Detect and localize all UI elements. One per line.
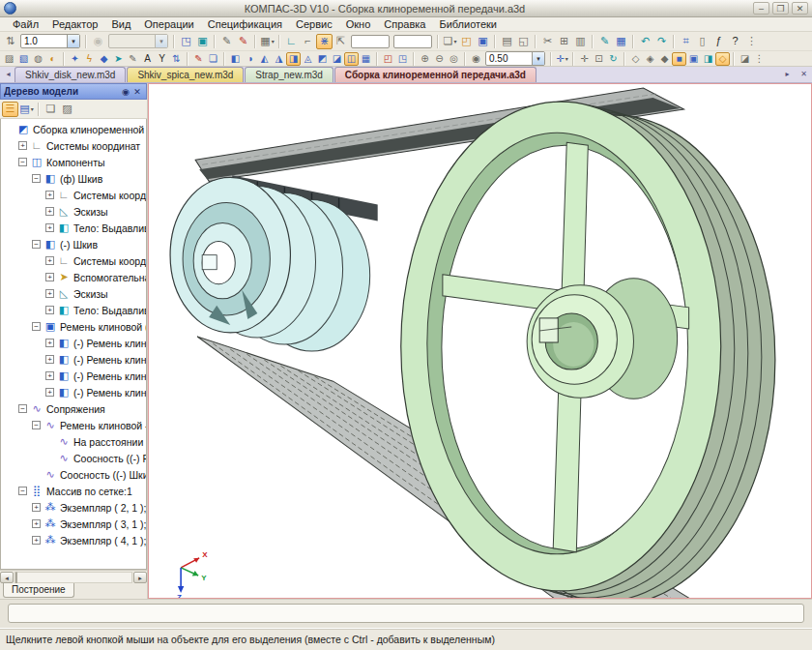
text-icon[interactable]: A [140,52,155,66]
lightning-icon[interactable]: ϟ [82,52,97,66]
tree-item[interactable]: +➤Вспомогательная геомет [1,269,146,285]
collapse-icon[interactable]: − [18,404,27,413]
tree-item[interactable]: +∟Системы координат [1,187,146,203]
menu-спецификация[interactable]: Спецификация [201,18,289,30]
hole-icon[interactable]: ◩ [315,52,330,66]
tree-item[interactable]: +◺Эскизы [1,203,146,220]
chevron-down-icon[interactable]: ▾ [155,35,167,47]
zoom-out-icon[interactable]: ⊖ [432,52,447,66]
hidden-lines-icon[interactable]: ◈ [643,52,657,66]
expand-icon[interactable]: + [45,207,54,216]
array-ops-icon[interactable]: ▦ [359,52,373,66]
fillet-icon[interactable]: ◬ [301,52,315,66]
tree-item[interactable]: +◧(-) Ремень клиновой (3); [1,368,146,384]
tree-composition-icon[interactable]: ▤▾ [18,102,35,117]
tree-item[interactable]: +◧(-) Ремень клиновой (2); [1,351,146,368]
wizard-icon[interactable]: ✦ [68,52,82,66]
zoom-area-icon[interactable]: ◎ [447,52,461,66]
tree-item[interactable]: +⁂Экземпляр ( 2, 1 ); [1,499,146,516]
document-tab-4[interactable]: Сборка клиноременной передачи.a3d [334,67,536,82]
collapse-icon[interactable]: − [32,240,41,249]
shell-icon[interactable]: ◫ [344,52,359,66]
edit-in-place-icon[interactable]: ❏ [206,52,220,66]
menu-операции[interactable]: Операции [137,18,200,30]
layer-combo[interactable]: ▾ [108,34,168,48]
orientation-icon[interactable]: ✛▾ [555,52,569,66]
relations-icon[interactable]: ❏ [43,102,59,117]
perspective-icon[interactable]: ◇ [715,52,730,66]
chevron-down-icon[interactable]: ▾ [272,38,275,44]
pan-icon[interactable]: ✛ [577,52,592,66]
format-brush-icon[interactable]: ✎ [596,34,613,49]
report-icon[interactable]: ▨ [59,102,75,117]
expand-icon[interactable]: + [32,536,41,545]
paste-icon[interactable]: ▥ [572,34,589,49]
rotate-icon[interactable]: ↻ [606,52,621,66]
shaded-icon[interactable]: ■ [672,52,686,66]
collapse-icon[interactable]: − [32,322,41,331]
expand-icon[interactable]: + [45,388,54,397]
zoom-combo[interactable]: 0.50▾ [485,51,545,66]
expand-icon[interactable]: + [45,256,54,265]
expand-icon[interactable]: + [45,371,54,380]
tree-structure-icon[interactable]: ☰ [2,102,18,117]
zoom-scale-icon[interactable]: ◉ [469,52,483,66]
scroll-right-icon[interactable]: ▸ [133,572,147,583]
menu-файл[interactable]: Файл [6,18,45,30]
large-pulley[interactable] [401,102,775,598]
more-icon[interactable]: ⋮ [743,34,760,49]
expand-icon[interactable]: + [45,223,54,232]
link-icon[interactable]: ◉ [90,34,106,49]
chevron-down-icon[interactable]: ▾ [566,55,568,62]
sphere-view-icon[interactable]: ◍ [31,52,45,66]
tree-item[interactable]: −∿Соосность ((-) Ремень кл [1,450,146,466]
wireframe-icon[interactable]: ◇ [628,52,643,66]
document-tab-1[interactable]: Shkiv_disk_new.m3d [14,67,126,82]
redo-icon[interactable]: ↷ [653,34,670,49]
tree-item[interactable]: +◧(-) Ремень клиновой (1) [1,335,146,351]
insert-part-icon[interactable]: ◳ [395,52,410,66]
angle-snap-icon[interactable]: ∟ [283,34,300,49]
copy-icon[interactable]: ⊞ [556,34,572,49]
more2-icon[interactable]: ⋮ [752,52,767,66]
preview-icon[interactable]: ◱ [515,34,532,49]
menu-окно[interactable]: Окно [339,18,378,30]
calculator-icon[interactable]: ⌗ [678,34,694,49]
tree-item[interactable]: +∟Системы координат [1,252,146,269]
extrude-icon[interactable]: ◧ [228,52,243,66]
pin-icon[interactable]: ◉ [120,87,131,97]
tree-item[interactable]: −▣Ремень клиновой (x4) [1,318,146,335]
scroll-left-icon[interactable]: ◂ [0,572,14,583]
expand-icon[interactable]: + [45,289,54,298]
halftone-icon[interactable]: ◨ [701,52,715,66]
chevron-down-icon[interactable]: ▾ [67,35,79,47]
expand-icon[interactable]: + [45,355,54,364]
tree-item[interactable]: −⣿Массив по сетке:1 [1,483,146,499]
collapse-icon[interactable]: − [18,158,27,166]
tree-item[interactable]: −◧(ф) Шкив [1,170,146,187]
ortho-icon[interactable]: ⌐ [300,34,316,49]
minimize-button[interactable]: – [753,2,769,15]
expand-icon[interactable]: + [45,191,54,199]
tab-construction[interactable]: Построение [3,583,74,598]
model-tree-icon[interactable]: ▧ [16,52,31,66]
coords-icon[interactable]: ⇱ [333,34,349,49]
shaded-edges-icon[interactable]: ▣ [686,52,701,66]
collapse-icon[interactable]: − [32,421,41,429]
cut-icon[interactable]: ✂ [539,34,556,49]
menu-вид[interactable]: Вид [104,18,137,30]
tree-item[interactable]: −◧(-) Шкив [1,236,146,252]
expand-icon[interactable]: + [18,141,27,150]
scale-combo[interactable]: 1.0▾ [20,34,80,48]
tree-item[interactable]: +⁂Экземпляр ( 4, 1 ); [1,532,146,548]
tree-item[interactable]: +◺Эскизы [1,285,146,302]
panel-close-icon[interactable]: ✕ [131,87,143,97]
coord-x-input[interactable] [351,35,390,48]
collapse-icon[interactable]: − [18,487,27,495]
window-new-icon[interactable]: ▨ [2,52,16,66]
delete-icon[interactable]: ▯ [694,34,710,49]
expand-icon[interactable]: + [45,339,54,347]
zoom-in-icon[interactable]: ⊕ [418,52,432,66]
chevron-down-icon[interactable]: ▾ [31,105,34,112]
small-pulley[interactable] [170,175,378,351]
